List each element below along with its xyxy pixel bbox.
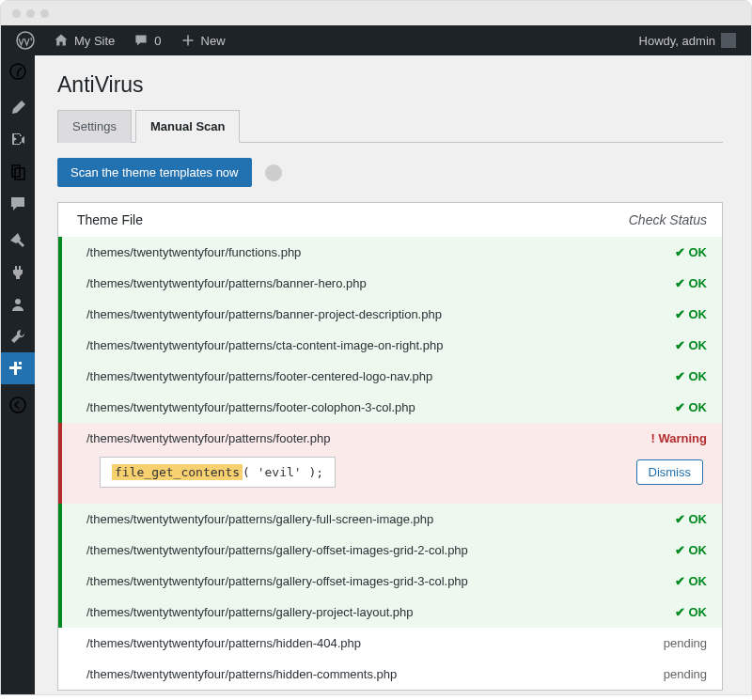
status-ok: ✔ OK [675, 338, 707, 352]
file-path: /themes/twentytwentyfour/patterns/galler… [77, 605, 675, 619]
browser-titlebar [1, 1, 751, 25]
window-dot [26, 9, 35, 18]
code-snippet: file_get_contents( 'evil' ); [100, 457, 336, 488]
file-path: /themes/twentytwentyfour/patterns/hidden… [77, 636, 664, 650]
table-row: /themes/twentytwentyfour/functions.php✔ … [58, 237, 722, 268]
table-row: /themes/twentytwentyfour/patterns/cta-co… [58, 330, 722, 361]
file-path: /themes/twentytwentyfour/patterns/banner… [77, 307, 675, 321]
scan-table: Theme File Check Status /themes/twentytw… [57, 202, 723, 691]
status-ok: ✔ OK [675, 512, 707, 526]
file-path: /themes/twentytwentyfour/patterns/footer… [77, 369, 675, 383]
avatar [721, 33, 736, 48]
file-path: /themes/twentytwentyfour/patterns/footer… [77, 431, 651, 445]
menu-pages[interactable] [1, 156, 35, 188]
menu-tools[interactable] [1, 320, 35, 352]
greeting: Howdy, admin [639, 34, 715, 48]
status-ok: ✔ OK [675, 605, 707, 619]
svg-point-2 [15, 299, 21, 304]
menu-collapse[interactable] [1, 389, 35, 421]
table-row: /themes/twentytwentyfour/patterns/galler… [58, 597, 722, 628]
dismiss-button[interactable]: Dismiss [636, 459, 704, 485]
file-path: /themes/twentytwentyfour/patterns/hidden… [77, 667, 664, 681]
status-pending: pending [664, 667, 707, 681]
menu-settings[interactable] [1, 352, 35, 384]
status-ok: ✔ OK [675, 574, 707, 588]
new-link[interactable]: New [173, 25, 233, 55]
status-ok: ✔ OK [675, 543, 707, 557]
comments-link[interactable]: 0 [126, 25, 168, 55]
menu-plugins[interactable] [1, 257, 35, 288]
table-row: /themes/twentytwentyfour/patterns/footer… [58, 361, 722, 392]
menu-users[interactable] [1, 288, 35, 320]
status-ok: ✔ OK [675, 369, 707, 383]
page-title: AntiVirus [57, 72, 723, 98]
status-ok: ✔ OK [675, 276, 707, 290]
comments-count: 0 [154, 34, 161, 48]
tabs: Settings Manual Scan [57, 109, 723, 143]
status-pending: pending [664, 636, 707, 650]
menu-dashboard[interactable] [1, 55, 35, 87]
file-path: /themes/twentytwentyfour/functions.php [77, 245, 675, 259]
tab-settings[interactable]: Settings [57, 110, 132, 143]
spinner-icon [265, 164, 282, 181]
svg-point-3 [10, 397, 25, 412]
table-row: /themes/twentytwentyfour/patterns/galler… [58, 504, 722, 535]
table-row: /themes/twentytwentyfour/patterns/galler… [58, 535, 722, 566]
admin-topbar: My Site 0 New Howdy, admin [1, 25, 751, 55]
table-row: /themes/twentytwentyfour/patterns/hidden… [58, 628, 722, 659]
file-path: /themes/twentytwentyfour/patterns/galler… [77, 543, 675, 557]
window-dot [40, 9, 49, 18]
table-row: /themes/twentytwentyfour/patterns/banner… [58, 299, 722, 330]
window-dot [12, 9, 21, 18]
header-status: Check Status [629, 212, 707, 227]
new-label: New [201, 34, 226, 48]
status-ok: ✔ OK [675, 307, 707, 321]
table-row: /themes/twentytwentyfour/patterns/footer… [58, 392, 722, 423]
site-name: My Site [74, 34, 115, 48]
file-path: /themes/twentytwentyfour/patterns/cta-co… [77, 338, 675, 352]
wp-logo[interactable] [8, 25, 42, 55]
scan-button[interactable]: Scan the theme templates now [57, 158, 252, 187]
file-path: /themes/twentytwentyfour/patterns/galler… [77, 512, 675, 526]
table-header: Theme File Check Status [58, 203, 722, 237]
admin-sidebar [1, 55, 35, 694]
menu-comments[interactable] [1, 188, 35, 220]
menu-appearance[interactable] [1, 225, 35, 257]
menu-posts[interactable] [1, 92, 35, 124]
file-path: /themes/twentytwentyfour/patterns/banner… [77, 276, 675, 290]
table-row: /themes/twentytwentyfour/patterns/banner… [58, 268, 722, 299]
table-row: /themes/twentytwentyfour/patterns/galler… [58, 566, 722, 597]
table-row: /themes/twentytwentyfour/patterns/footer… [58, 423, 722, 504]
file-path: /themes/twentytwentyfour/patterns/footer… [77, 400, 675, 414]
status-warning: ! Warning [651, 431, 707, 445]
file-path: /themes/twentytwentyfour/patterns/galler… [77, 574, 675, 588]
status-ok: ✔ OK [675, 245, 707, 259]
tab-manual-scan[interactable]: Manual Scan [135, 110, 240, 143]
header-file: Theme File [77, 212, 629, 227]
site-link[interactable]: My Site [46, 25, 122, 55]
menu-media[interactable] [1, 124, 35, 156]
table-row: /themes/twentytwentyfour/patterns/hidden… [58, 659, 722, 690]
status-ok: ✔ OK [675, 400, 707, 414]
account-link[interactable]: Howdy, admin [632, 25, 744, 55]
